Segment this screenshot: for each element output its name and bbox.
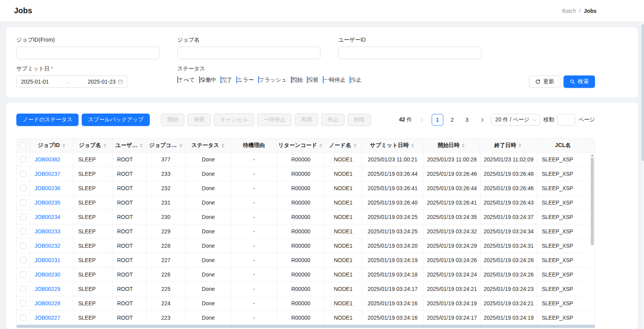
sort-icon [411,144,414,147]
row-checkbox[interactable] [20,156,26,163]
job-id-header-label: ジョブID [38,142,60,149]
submit-datetime-cell: 2025/01/19 03:24:16 [362,296,424,310]
row-checkbox[interactable] [20,228,26,234]
job-id-link[interactable]: JOB00228 [35,300,60,306]
status-error-checkbox-item[interactable]: エラー [236,77,254,84]
job-id-link[interactable]: JOB00230 [35,271,60,278]
job-id-link[interactable]: JOB00234 [35,214,60,220]
search-button[interactable]: 検索 [564,75,595,88]
page-scrollbar-thumb[interactable] [642,24,644,161]
status-paused-checkbox-item[interactable]: 一時停止 [323,77,345,84]
status-all-checkbox-item[interactable]: すべて [177,77,195,84]
submit-date-range-picker[interactable]: 2025-01-01 → 2025-01-23 [16,75,128,88]
row-checkbox[interactable] [20,286,26,292]
wait-reason-cell: - [231,152,277,166]
next-page-button[interactable] [476,114,488,126]
date-to-value[interactable]: 2025-01-23 [88,79,116,85]
caret-up-icon [319,144,322,145]
node-name-column-header[interactable]: ノード名 [324,139,362,152]
status-paused-checkbox[interactable] [323,76,324,83]
status-started-checkbox[interactable] [291,76,292,83]
job-id-from-input[interactable] [16,47,159,59]
start-datetime-cell: 2025/01/19 03:24:26 [424,253,481,267]
vertical-scrollbar-thumb[interactable] [591,158,594,245]
end-datetime-column-header[interactable]: 終了日時 [480,139,536,152]
return-code-cell: R00000 [277,181,325,195]
status-stopped-checkbox-item[interactable]: 停止 [350,77,361,84]
row-checkbox[interactable] [20,171,26,177]
job-id-link[interactable]: JOB00233 [35,228,60,234]
job-id-link[interactable]: JOB00231 [35,257,60,263]
row-checkbox[interactable] [20,243,26,249]
breadcrumb-batch[interactable]: Batch [562,8,576,14]
node-name-cell: NODE1 [325,311,362,325]
caret-down-icon [319,146,322,147]
start-datetime-column-header[interactable]: 開始日時 [423,139,480,152]
page-jump-input[interactable] [557,114,575,126]
row-checkbox[interactable] [20,315,26,321]
status-held-checkbox[interactable] [307,76,308,83]
row-checkbox[interactable] [20,200,26,206]
job-id-cell: JOB00382 [30,152,74,166]
table-vertical-scrollbar[interactable] [590,152,595,325]
row-select-cell [17,181,30,195]
status-started-checkbox-item[interactable]: 開始 [291,77,303,84]
horizontal-scrollbar-thumb[interactable] [16,325,595,328]
job-id-column-header[interactable]: ジョブID [30,139,74,152]
sort-icon [140,144,143,147]
status-completed-checkbox-item[interactable]: 完了 [220,77,232,84]
user-id-column-header[interactable]: ユーザ… [112,139,147,152]
job-id-link[interactable]: JOB00237 [35,171,60,177]
status-running-checkbox[interactable] [199,76,200,83]
select-all-checkbox[interactable] [20,142,26,149]
job-id-link[interactable]: JOB00227 [35,315,60,321]
return-code-header-label: リターンコード [278,142,317,149]
row-checkbox[interactable] [20,214,26,220]
return-code-column-header[interactable]: リターンコード [277,139,324,152]
row-checkbox[interactable] [20,271,26,278]
status-running-checkbox-item[interactable]: 稼働中 [199,77,216,84]
submit-datetime-column-header[interactable]: サブミット日時 [362,139,423,152]
job-code-column-header[interactable]: ジョブコ… [147,139,186,152]
page-size-select[interactable]: 20 件 / ページ [491,114,541,126]
job-id-link[interactable]: JOB00236 [35,185,60,191]
row-checkbox[interactable] [20,257,26,263]
status-flush-checkbox-item[interactable]: フラッシュ [258,77,287,84]
job-code-cell: 227 [147,253,186,267]
row-checkbox[interactable] [20,300,26,306]
status-stopped-checkbox[interactable] [350,76,350,83]
scroll-up-arrow-icon[interactable] [591,154,594,156]
status-all-checkbox[interactable] [177,76,178,83]
node-status-button[interactable]: ノードのステータス [16,114,79,126]
job-id-link[interactable]: JOB00382 [35,156,60,163]
jobs-table: ジョブIDジョブ名ユーザ…ジョブコ…ステータス待機理由リターンコードノード名サブ… [16,138,595,325]
job-id-link[interactable]: JOB00232 [35,243,60,249]
user-id-field: ユーザーID [338,37,481,59]
job-id-link[interactable]: JOB00235 [35,200,60,206]
page-button-1[interactable]: 1 [432,114,443,126]
refresh-button[interactable]: 更新 [529,75,560,88]
job-id-link[interactable]: JOB00229 [35,286,60,292]
start-datetime-cell: 2025/01/19 03:26:44 [424,181,481,195]
row-checkbox[interactable] [20,185,26,191]
job-name-input[interactable] [177,47,320,59]
table-row: JOB00233SLEEPROOT229Done-R00000NODE12025… [17,224,595,239]
table-row: JOB00227SLEEPROOT223Done-R00000NODE12025… [17,311,595,325]
status-column-header[interactable]: ステータス [185,139,231,152]
status-error-checkbox[interactable] [236,76,237,83]
status-completed-checkbox[interactable] [220,76,221,83]
status-cell: Done [186,224,231,238]
stop-button: 停止 [321,114,345,126]
status-held-checkbox-item[interactable]: 保留 [307,77,318,84]
status-flush-checkbox[interactable] [258,76,259,83]
page-button-2[interactable]: 2 [446,114,458,126]
job-name-cell: SLEEP [74,167,112,181]
spool-backup-button[interactable]: スプールバックアップ [82,114,150,126]
date-from-value[interactable]: 2025-01-01 [21,79,49,85]
job-name-column-header[interactable]: ジョブ名 [74,139,112,152]
user-id-cell: ROOT [112,282,147,296]
page-button-3[interactable]: 3 [461,114,473,126]
user-id-input[interactable] [338,47,481,59]
caret-down-icon [411,146,414,147]
page-scrollbar[interactable] [641,22,644,329]
